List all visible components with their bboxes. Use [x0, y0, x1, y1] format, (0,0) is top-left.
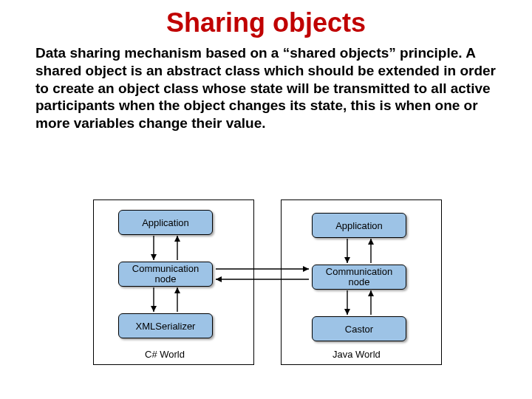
- arrow-layer: [0, 200, 532, 398]
- slide-paragraph: Data sharing mechanism based on a “share…: [35, 44, 497, 132]
- slide-title: Sharing objects: [0, 7, 532, 38]
- diagram-area: Application Communicationnode XMLSeriali…: [0, 200, 532, 398]
